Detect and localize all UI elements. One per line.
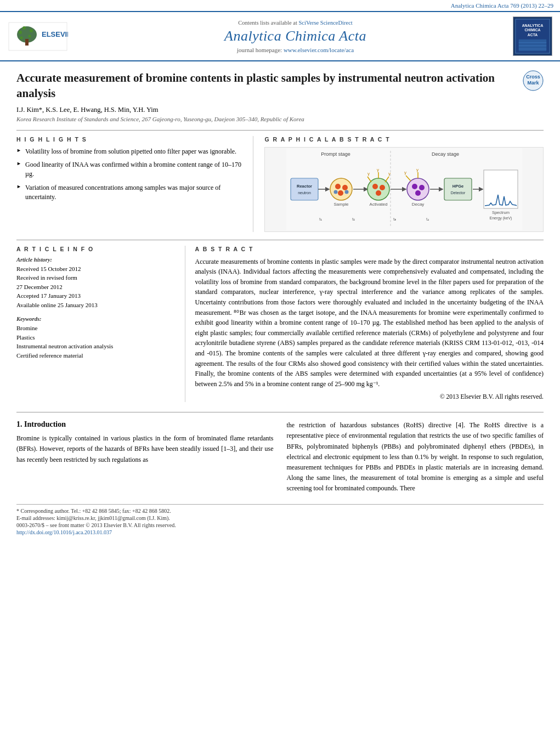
svg-text:γ: γ	[388, 171, 391, 176]
svg-text:Detector: Detector	[450, 191, 465, 195]
keywords-group: Keywords: Bromine Plastics Instrumental …	[16, 316, 175, 360]
sciverse-line: Contents lists available at SciVerse Sci…	[78, 20, 513, 26]
sciverse-link[interactable]: SciVerse ScienceDirect	[298, 20, 352, 26]
graphical-abstract-label: G R A P H I C A L A B S T R A C T	[264, 136, 544, 143]
article-info-label: A R T I C L E I N F O	[16, 246, 175, 252]
graphical-abstract-image: Prompt stage Decay stage Reactor neutron	[264, 147, 544, 232]
highlights-label: H I G H L I G H T S	[16, 136, 242, 143]
svg-text:ANALYTICA: ANALYTICA	[522, 24, 544, 27]
homepage-label: journal homepage:	[237, 47, 284, 53]
svg-point-38	[372, 184, 378, 189]
journal-cover-image: ANALYTICA CHIMICA ACTA	[513, 16, 552, 56]
svg-text:Mark: Mark	[527, 80, 539, 86]
highlights-column: H I G H L I G H T S Volatility loss of b…	[16, 136, 253, 232]
svg-point-52	[415, 190, 421, 196]
svg-text:Decay stage: Decay stage	[432, 151, 459, 157]
email-footnote: E-mail addresses: kimij@kriss.re.kr, jjk…	[16, 515, 544, 521]
affiliation-line: Korea Research Institute of Standards an…	[16, 116, 544, 122]
svg-rect-59	[444, 178, 472, 200]
crossmark-badge[interactable]: Cross Mark	[523, 70, 544, 91]
svg-text:t₁: t₁	[319, 217, 322, 222]
svg-point-40	[376, 190, 381, 196]
svg-point-31	[342, 185, 348, 190]
keyword-2: Plastics	[16, 333, 175, 342]
article-title: Accurate measurement of bromine contents…	[16, 70, 523, 101]
article-history-group: Article history: Received 15 October 201…	[16, 257, 175, 310]
keywords-label: Keywords:	[16, 316, 175, 322]
history-label: Article history:	[16, 257, 175, 263]
received-revised-date: 27 December 2012	[16, 282, 175, 292]
intro-para-2: the restriction of hazardous substances …	[287, 420, 544, 494]
svg-text:ELSEVIER: ELSEVIER	[42, 30, 68, 38]
corresponding-footnote: * Corresponding author. Tel.: +82 42 868…	[16, 508, 544, 514]
highlights-list: Volatility loss of bromine from solution…	[16, 147, 242, 202]
svg-point-34	[344, 190, 348, 194]
body-col-right: the restriction of hazardous substances …	[287, 420, 544, 498]
svg-text:t₄: t₄	[426, 217, 429, 222]
svg-text:t₃: t₃	[393, 217, 396, 222]
keyword-4: Certified reference material	[16, 351, 175, 360]
svg-point-39	[380, 185, 385, 190]
graphical-abstract-column: G R A P H I C A L A B S T R A C T Prompt…	[253, 136, 544, 232]
authors-line: I.J. Kim*, K.S. Lee, E. Hwang, H.S. Min,…	[16, 106, 544, 114]
publisher-header: ELSEVIER Contents lists available at Sci…	[0, 12, 560, 61]
body-col-left: 1. Introduction Bromine is typically con…	[16, 420, 274, 498]
abstract-body: Accurate measurements of bromine content…	[195, 258, 544, 388]
highlights-graphical-row: H I G H L I G H T S Volatility loss of b…	[16, 130, 544, 232]
keyword-1: Bromine	[16, 324, 175, 333]
contents-text: Contents lists available at	[238, 20, 298, 26]
article-info-abstract-row: A R T I C L E I N F O Article history: R…	[16, 240, 544, 403]
article-info-column: A R T I C L E I N F O Article history: R…	[16, 246, 185, 403]
ga-diagram: Prompt stage Decay stage Reactor neutron	[286, 148, 522, 230]
svg-rect-2	[25, 39, 29, 46]
journal-top-bar: Analytica Chimica Acta 769 (2013) 22–29	[0, 0, 560, 12]
svg-text:Spectrum: Spectrum	[492, 210, 510, 215]
svg-text:Decay: Decay	[411, 202, 424, 207]
svg-text:γ: γ	[416, 167, 418, 172]
highlight-item: Good linearity of INAA was confirmed wit…	[16, 160, 242, 179]
svg-point-33	[333, 190, 337, 194]
received-date: Received 15 October 2012	[16, 264, 175, 274]
abstract-column: A B S T R A C T Accurate measurements of…	[185, 246, 544, 403]
journal-name: Analytica Chimica Acta	[78, 28, 513, 44]
svg-point-29	[330, 178, 352, 200]
svg-text:γ: γ	[367, 171, 370, 176]
svg-rect-14	[519, 39, 547, 51]
svg-point-32	[338, 190, 343, 196]
svg-rect-63	[484, 170, 518, 208]
journal-citation: Analytica Chimica Acta 769 (2013) 22–29	[451, 2, 553, 9]
journal-title-block: Contents lists available at SciVerse Sci…	[78, 20, 513, 53]
introduction-heading: 1. Introduction	[16, 420, 274, 429]
svg-point-49	[407, 178, 429, 200]
svg-point-5	[22, 26, 26, 30]
svg-text:Activated: Activated	[369, 202, 387, 207]
copyright-notice: © 2013 Elsevier B.V. All rights reserved…	[195, 392, 544, 402]
body-section: 1. Introduction Bromine is typically con…	[16, 412, 544, 498]
svg-text:γ: γ	[404, 170, 406, 175]
svg-text:Cross: Cross	[526, 74, 540, 80]
abstract-text: Accurate measurements of bromine content…	[195, 257, 544, 403]
svg-point-3	[19, 31, 22, 34]
footnote-area: * Corresponding author. Tel.: +82 42 868…	[16, 504, 544, 535]
issn-line: 0003-2670/$ – see front matter © 2013 El…	[16, 522, 544, 528]
main-content: Accurate measurement of bromine contents…	[0, 61, 560, 547]
highlight-item: Volatility loss of bromine from solution…	[16, 147, 242, 156]
svg-text:t₂: t₂	[352, 217, 355, 222]
doi-line: http://dx.doi.org/10.1016/j.aca.2013.01.…	[16, 529, 544, 535]
received-revised-label: Received in revised form	[16, 273, 175, 282]
accepted-date: Accepted 17 January 2013	[16, 291, 175, 301]
svg-point-7	[20, 36, 23, 39]
intro-para-1: Bromine is typically contained in variou…	[16, 433, 274, 465]
svg-point-6	[29, 35, 31, 37]
svg-text:Energy (keV): Energy (keV)	[489, 216, 512, 220]
available-date: Available online 25 January 2013	[16, 301, 175, 310]
highlight-item: Variation of measured concentrations amo…	[16, 183, 242, 202]
svg-point-51	[419, 185, 425, 190]
svg-rect-25	[291, 178, 318, 200]
homepage-link[interactable]: www.elsevier.com/locate/aca	[284, 47, 354, 53]
svg-text:γ: γ	[377, 167, 379, 172]
abstract-section-label: A B S T R A C T	[195, 246, 544, 252]
svg-text:neutron: neutron	[298, 191, 311, 195]
journal-homepage: journal homepage: www.elsevier.com/locat…	[78, 47, 513, 53]
svg-text:HPGe: HPGe	[452, 184, 463, 189]
